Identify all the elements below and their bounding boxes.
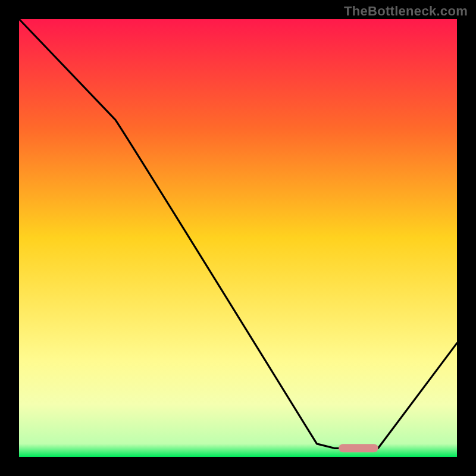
bottleneck-chart bbox=[0, 0, 476, 476]
watermark-label: TheBottleneck.com bbox=[344, 4, 468, 19]
